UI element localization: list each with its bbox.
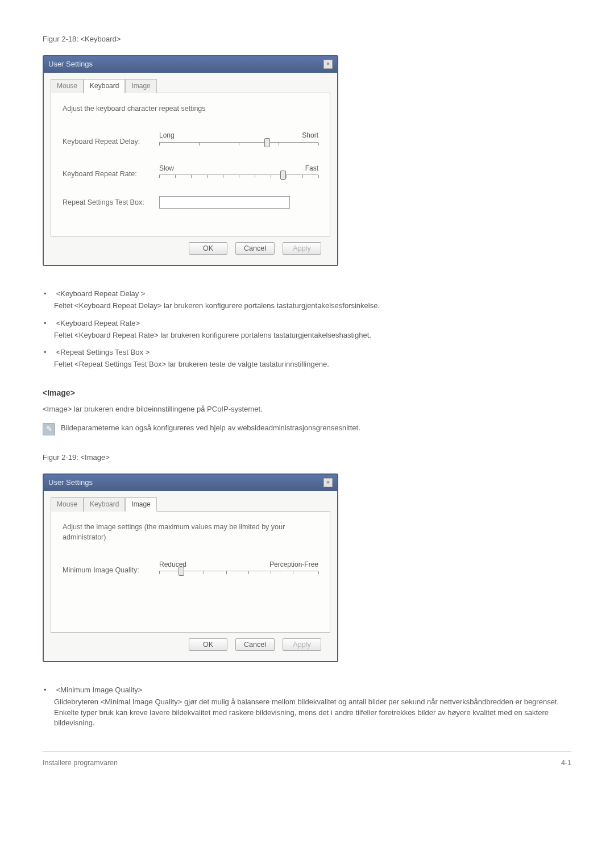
figure-caption: Figur 2-19: <Image> [43, 452, 571, 463]
slider-thumb[interactable] [280, 171, 286, 180]
bullet-list-image: <Minimum Image Quality> Glidebryteren <M… [54, 685, 571, 729]
dialog-buttons: OK Cancel Apply [51, 633, 330, 653]
label-min-image-quality: Minimum Image Quality: [63, 565, 159, 575]
list-item: <Keyboard Repeat Rate> Feltet <Keyboard … [54, 318, 571, 341]
tabs: Mouse Keyboard Image [51, 78, 330, 93]
slider-left-label: Slow [159, 164, 174, 173]
label-repeat-rate: Keyboard Repeat Rate: [63, 169, 159, 179]
row-repeat-delay: Keyboard Repeat Delay: Long Short [63, 131, 318, 152]
footer-right: 4-1 [561, 758, 571, 768]
section-heading-image: <Image> [43, 387, 571, 398]
tab-keyboard[interactable]: Keyboard [84, 79, 125, 93]
slider-thumb[interactable] [264, 138, 270, 147]
label-test-box: Repeat Settings Test Box: [63, 197, 159, 207]
dialog-buttons: OK Cancel Apply [51, 236, 330, 257]
tab-keyboard[interactable]: Keyboard [84, 497, 125, 512]
tab-image[interactable]: Image [125, 497, 156, 512]
slider-left-label: Long [159, 131, 175, 140]
note-icon: ✎ [43, 423, 55, 435]
term: <Keyboard Repeat Delay > [56, 289, 146, 298]
dialog-body: Mouse Keyboard Image Adjust the keyboard… [44, 73, 337, 265]
slider-min-image-quality[interactable]: Reduced Perception-Free [159, 560, 318, 581]
slider-track[interactable] [159, 142, 318, 152]
dialog-body: Mouse Keyboard Image Adjust the Image se… [44, 491, 337, 661]
slider-right-label: Fast [305, 164, 318, 173]
slider-track[interactable] [159, 571, 318, 581]
tab-panel-image: Adjust the Image settings (the maximum v… [51, 512, 330, 633]
bullet-list-keyboard: <Keyboard Repeat Delay > Feltet <Keyboar… [54, 289, 571, 370]
tabs: Mouse Keyboard Image [51, 497, 330, 512]
body: Feltet <Keyboard Repeat Delay> lar bruke… [54, 301, 571, 312]
term: <Minimum Image Quality> [56, 686, 143, 694]
term: <Repeat Settings Test Box > [56, 348, 150, 356]
close-icon[interactable]: × [323, 60, 333, 69]
dialog-titlebar: User Settings × [44, 56, 337, 73]
dialog-title: User Settings [48, 477, 93, 488]
apply-button[interactable]: Apply [283, 638, 321, 651]
panel-description: Adjust the keyboard character repeat set… [63, 103, 318, 114]
slider-right-label: Perception-Free [269, 560, 318, 570]
row-test-box: Repeat Settings Test Box: [63, 196, 318, 209]
user-settings-dialog-keyboard: User Settings × Mouse Keyboard Image Adj… [43, 55, 338, 266]
slider-repeat-rate[interactable]: Slow Fast [159, 164, 318, 185]
dialog-title: User Settings [48, 59, 93, 70]
list-item: <Repeat Settings Test Box > Feltet <Repe… [54, 347, 571, 370]
tab-mouse[interactable]: Mouse [51, 79, 84, 93]
row-repeat-rate: Keyboard Repeat Rate: Slow Fast [63, 164, 318, 185]
user-settings-dialog-image: User Settings × Mouse Keyboard Image Adj… [43, 474, 338, 662]
note: ✎ Bildeparameterne kan også konfigureres… [43, 423, 571, 435]
apply-button[interactable]: Apply [283, 242, 321, 255]
section-intro: <Image> lar brukeren endre bildeinnstill… [43, 404, 571, 415]
slider-track[interactable] [159, 175, 318, 185]
slider-thumb[interactable] [179, 567, 184, 576]
tab-panel-keyboard: Adjust the keyboard character repeat set… [51, 93, 330, 236]
repeat-test-input[interactable] [159, 196, 290, 209]
panel-description: Adjust the Image settings (the maximum v… [63, 522, 318, 542]
tab-mouse[interactable]: Mouse [51, 497, 84, 512]
close-icon[interactable]: × [323, 478, 333, 487]
label-repeat-delay: Keyboard Repeat Delay: [63, 136, 159, 147]
row-min-image-quality: Minimum Image Quality: Reduced Perceptio… [63, 560, 318, 581]
footer-left: Installere programvaren [43, 758, 118, 768]
slider-repeat-delay[interactable]: Long Short [159, 131, 318, 152]
tab-image[interactable]: Image [125, 79, 156, 93]
slider-right-label: Short [302, 131, 318, 140]
ok-button[interactable]: OK [189, 242, 227, 255]
body: Glidebryteren <Minimal Image Quality> gj… [54, 697, 571, 729]
body: Feltet <Keyboard Repeat Rate> lar bruker… [54, 330, 571, 341]
figure-caption: Figur 2-18: <Keyboard> [43, 34, 571, 45]
ok-button[interactable]: OK [189, 638, 227, 651]
page-footer: Installere programvaren 4-1 [43, 751, 571, 768]
list-item: <Keyboard Repeat Delay > Feltet <Keyboar… [54, 289, 571, 312]
term: <Keyboard Repeat Rate> [56, 319, 140, 327]
dialog-titlebar: User Settings × [44, 475, 337, 491]
list-item: <Minimum Image Quality> Glidebryteren <M… [54, 685, 571, 729]
note-text: Bildeparameterne kan også konfigureres v… [61, 423, 360, 434]
cancel-button[interactable]: Cancel [235, 242, 275, 255]
cancel-button[interactable]: Cancel [235, 638, 275, 651]
body: Feltet <Repeat Settings Test Box> lar br… [54, 359, 571, 370]
